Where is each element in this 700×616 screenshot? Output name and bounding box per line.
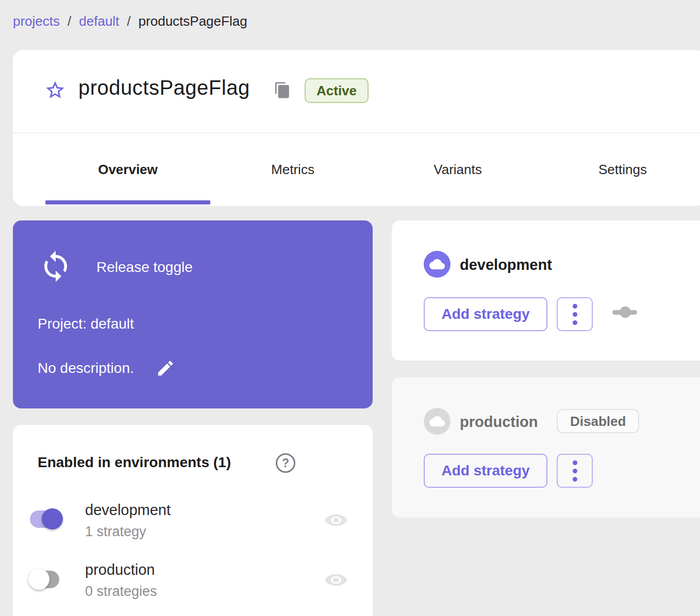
breadcrumb: projects / default / productsPageFlag: [13, 13, 247, 29]
kebab-dot: [573, 304, 577, 309]
toggle-type-card: Release toggle Project: default No descr…: [13, 220, 373, 408]
environment-card-production: production Disabled Add strategy: [392, 378, 700, 518]
environment-toggle-slider[interactable]: [612, 305, 639, 319]
breadcrumb-current-flag: productsPageFlag: [139, 13, 247, 29]
toggle-type-label: Release toggle: [96, 259, 193, 276]
help-icon[interactable]: ?: [276, 453, 295, 473]
project-label: Project: default: [38, 316, 134, 332]
active-tab-indicator: [45, 200, 210, 204]
tab-bar: Overview Metrics Variants Settings: [45, 133, 700, 206]
kebab-menu-button[interactable]: [557, 454, 593, 488]
tab-settings[interactable]: Settings: [540, 133, 700, 206]
cloud-icon: [424, 408, 451, 435]
disabled-badge: Disabled: [557, 409, 639, 433]
eye-icon[interactable]: [324, 571, 348, 589]
breadcrumb-separator: /: [127, 13, 130, 29]
kebab-dot: [573, 477, 577, 482]
slider-knob: [620, 306, 631, 318]
kebab-dot: [573, 312, 577, 317]
breadcrumb-project-default-link[interactable]: default: [79, 13, 119, 29]
kebab-menu-button[interactable]: [557, 297, 593, 331]
enabled-environments-title: Enabled in environments (1): [38, 454, 231, 471]
env-row-name-production: production: [85, 561, 155, 578]
cloud-icon: [424, 251, 451, 278]
tab-overview[interactable]: Overview: [45, 133, 210, 206]
kebab-dot: [573, 320, 577, 325]
tab-metrics[interactable]: Metrics: [210, 133, 375, 206]
tab-variants-label: Variants: [434, 162, 481, 178]
production-enable-toggle[interactable]: [30, 569, 62, 590]
toggle-thumb: [28, 569, 49, 590]
status-badge: Active: [305, 78, 369, 103]
kebab-dot: [573, 460, 577, 465]
add-strategy-button[interactable]: Add strategy: [424, 454, 547, 488]
environment-name: production: [460, 414, 538, 431]
add-strategy-button[interactable]: Add strategy: [424, 297, 547, 331]
description-row: No description.: [38, 358, 175, 378]
tab-overview-label: Overview: [98, 162, 158, 178]
environment-name: development: [460, 256, 552, 273]
kebab-dot: [573, 469, 577, 473]
breadcrumb-projects-link[interactable]: projects: [13, 13, 60, 29]
flag-header-card: productsPageFlag Active Overview Metrics…: [13, 50, 700, 206]
description-text: No description.: [38, 360, 134, 377]
tab-metrics-label: Metrics: [271, 162, 314, 178]
tab-variants[interactable]: Variants: [375, 133, 540, 206]
favorite-star-icon[interactable]: [44, 79, 66, 101]
env-row-name-development: development: [85, 502, 171, 519]
page-title: productsPageFlag: [78, 76, 250, 99]
eye-icon[interactable]: [324, 511, 348, 529]
copy-name-icon[interactable]: [274, 81, 291, 99]
flag-overview-page: projects / default / productsPageFlag pr…: [0, 0, 700, 616]
environment-card-development: development Add strategy: [392, 220, 700, 361]
env-row-strategy-count: 1 strategy: [85, 524, 146, 540]
development-enable-toggle[interactable]: [30, 508, 62, 530]
edit-description-pencil-icon[interactable]: [156, 358, 175, 378]
loop-icon: [39, 249, 73, 283]
env-row-strategy-count: 0 strategies: [85, 584, 157, 600]
breadcrumb-separator: /: [68, 13, 71, 29]
enabled-environments-panel: Enabled in environments (1) ? developmen…: [13, 425, 373, 616]
toggle-thumb: [42, 508, 63, 529]
tab-settings-label: Settings: [598, 162, 647, 178]
